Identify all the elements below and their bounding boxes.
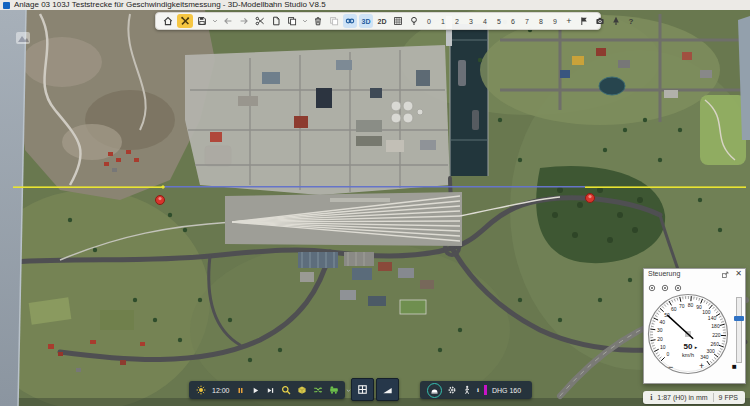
- light-icon[interactable]: [407, 14, 421, 28]
- svg-text:80: 80: [688, 302, 694, 308]
- shuffle-icon[interactable]: [313, 385, 323, 395]
- speed-slider-handle[interactable]: [734, 316, 744, 321]
- info-icon[interactable]: i: [477, 386, 479, 394]
- speed-value: 50: [684, 342, 693, 351]
- edit-tools-icon[interactable]: [177, 14, 193, 28]
- mbs-window: Anlage 03 103J Teststrecke für Geschwind…: [0, 0, 750, 406]
- slope-wedge-icon: [382, 384, 393, 395]
- save-icon[interactable]: [195, 14, 209, 28]
- harbor: [446, 16, 488, 176]
- svg-text:100: 100: [702, 309, 711, 315]
- undo-icon[interactable]: [221, 14, 235, 28]
- control-mode-icon-1[interactable]: [648, 284, 656, 292]
- window-title: Anlage 03 103J Teststrecke für Geschwind…: [14, 0, 326, 10]
- camera-add-button[interactable]: +: [563, 16, 575, 26]
- dome-icon: [430, 386, 439, 395]
- package-icon[interactable]: [297, 385, 307, 395]
- home-icon[interactable]: [161, 14, 175, 28]
- control-mode-buttons: [648, 284, 682, 292]
- pause-button[interactable]: [236, 386, 245, 395]
- control-mode-icon-2[interactable]: [661, 284, 669, 292]
- svg-text:140: 140: [708, 315, 717, 321]
- steuerung-panel: Steuerung ✕ 50 ▸ km/h 010203040506070809…: [643, 268, 746, 384]
- settings-gear-icon[interactable]: [447, 385, 457, 395]
- title-bar: Anlage 03 103J Teststrecke für Geschwind…: [0, 0, 750, 10]
- duplicate-icon[interactable]: [327, 14, 341, 28]
- cut-icon[interactable]: [253, 14, 267, 28]
- svg-text:30: 30: [657, 327, 663, 333]
- status-bar: i 1:87 (H0) in mm 9 FPS: [643, 391, 745, 404]
- catalog-icon[interactable]: [609, 14, 623, 28]
- status-divider: [713, 393, 714, 402]
- step-forward-button[interactable]: [266, 386, 275, 395]
- viewport-3d[interactable]: [0, 0, 750, 406]
- svg-text:90: 90: [696, 304, 702, 310]
- view-3d-button[interactable]: 3D: [359, 14, 373, 28]
- svg-text:340: 340: [700, 354, 709, 360]
- events-icon[interactable]: [577, 14, 591, 28]
- loco-name[interactable]: DHG 160: [492, 387, 521, 394]
- camera-3[interactable]: 3: [465, 18, 477, 25]
- svg-text:10: 10: [660, 344, 666, 350]
- camera-7[interactable]: 7: [521, 18, 533, 25]
- close-icon[interactable]: ✕: [735, 269, 742, 279]
- popout-icon[interactable]: [721, 271, 729, 279]
- svg-text:260: 260: [711, 341, 720, 347]
- delete-icon[interactable]: [311, 14, 325, 28]
- panel-title: Steuerung: [648, 270, 680, 277]
- speed-unit: km/h: [682, 352, 694, 358]
- camera-2[interactable]: 2: [451, 18, 463, 25]
- camera-8[interactable]: 8: [535, 18, 547, 25]
- svg-text:70: 70: [679, 303, 685, 309]
- follow-camera-button[interactable]: [427, 383, 442, 398]
- svg-text:220: 220: [712, 332, 721, 338]
- loco-color-chip: [484, 385, 487, 395]
- speed-minus-button[interactable]: −: [668, 363, 673, 372]
- camera-0[interactable]: 0: [423, 18, 435, 25]
- paste-icon[interactable]: [269, 14, 283, 28]
- link-mode-icon[interactable]: [343, 14, 357, 28]
- copy-icon[interactable]: [285, 14, 299, 28]
- stop-button[interactable]: ■: [732, 362, 737, 371]
- app-icon: [3, 2, 10, 9]
- svg-text:20: 20: [657, 336, 663, 342]
- clock-time: 12:00: [212, 387, 230, 394]
- screenshot-camera-icon[interactable]: [593, 14, 607, 28]
- camera-4[interactable]: 4: [479, 18, 491, 25]
- speed-plus-button[interactable]: +: [699, 362, 704, 371]
- playback-bar: 12:00: [189, 381, 345, 399]
- train-icon[interactable]: [329, 385, 339, 395]
- redo-icon[interactable]: [237, 14, 251, 28]
- walk-mode-icon[interactable]: [462, 385, 472, 395]
- svg-text:0: 0: [666, 351, 669, 357]
- daytime-sun-icon[interactable]: [196, 385, 206, 395]
- main-toolbar: 3D 2D 0 1 2 3 4 5 6 7 8 9 + ?: [155, 12, 601, 30]
- help-button[interactable]: ?: [625, 17, 637, 26]
- camera-6[interactable]: 6: [507, 18, 519, 25]
- copy-dropdown-icon[interactable]: [301, 14, 309, 28]
- view-loco-bar: i DHG 160: [420, 381, 532, 399]
- control-mode-icon-3[interactable]: [674, 284, 682, 292]
- view-2d-button[interactable]: 2D: [375, 14, 389, 28]
- fps-label: 9 FPS: [719, 394, 738, 401]
- play-button[interactable]: [251, 386, 260, 395]
- camera-9[interactable]: 9: [549, 18, 561, 25]
- speedometer[interactable]: 50 ▸ km/h 010203040506070809010014018022…: [646, 292, 730, 376]
- city-industrial-center: [185, 45, 450, 195]
- measurement-marker-left[interactable]: [156, 196, 165, 205]
- grid-icon[interactable]: [391, 14, 405, 28]
- scale-label: 1:87 (H0) in mm: [657, 394, 707, 401]
- camera-1[interactable]: 1: [437, 18, 449, 25]
- zoom-search-icon[interactable]: [281, 385, 291, 395]
- save-dropdown-icon[interactable]: [211, 14, 219, 28]
- layout-grid-icon: [357, 384, 368, 395]
- scale-info-icon: i: [650, 393, 652, 402]
- mbs-watermark-icon: [16, 30, 30, 42]
- svg-text:40: 40: [659, 319, 665, 325]
- terrain-slope-button[interactable]: [376, 378, 399, 401]
- measurement-marker-right[interactable]: [586, 194, 595, 203]
- svg-text:180: 180: [711, 323, 720, 329]
- speed-slider[interactable]: [736, 297, 742, 363]
- camera-5[interactable]: 5: [493, 18, 505, 25]
- window-layout-button[interactable]: [351, 378, 374, 401]
